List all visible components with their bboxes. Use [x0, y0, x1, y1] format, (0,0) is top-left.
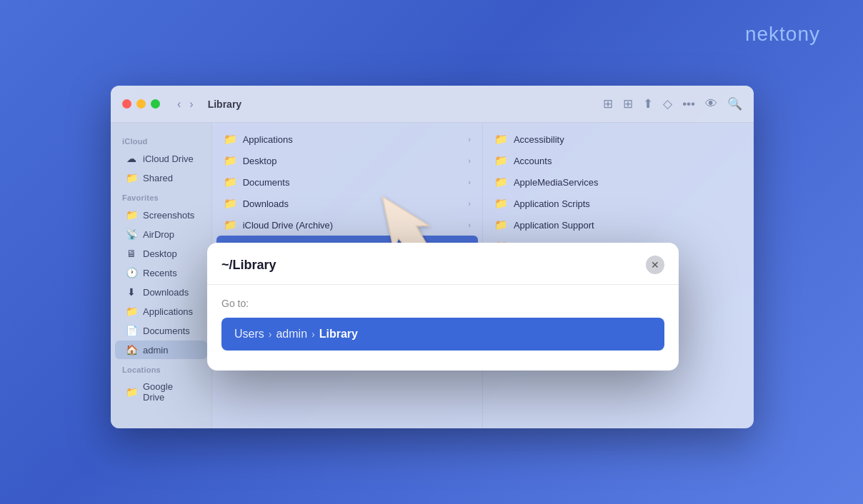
shared-icon: 📁 — [125, 172, 138, 183]
folder-icon: 📁 — [494, 176, 508, 188]
sidebar: iCloud ☁ iCloud Drive 📁 Shared Favorites… — [111, 123, 212, 428]
folder-icon: 📁 — [494, 197, 508, 210]
sidebar-section-favorites-header: Favorites — [111, 188, 211, 205]
close-icon: ✕ — [651, 259, 659, 271]
recents-icon: 🕐 — [125, 267, 138, 278]
folder-icon: 📁 — [224, 176, 237, 188]
file-item-label: Documents — [243, 177, 290, 188]
sidebar-item-label: Downloads — [143, 287, 189, 298]
sidebar-item-downloads[interactable]: ⬇ Downloads — [115, 283, 207, 301]
documents-icon: 📄 — [125, 325, 138, 336]
file-item-label: iCloud Drive (Archive) — [243, 220, 333, 231]
file-item-label: Application Support — [514, 220, 594, 231]
file-item-icloud-drive-archive[interactable]: 📁 iCloud Drive (Archive) › — [212, 214, 482, 236]
airdrop-icon: 📡 — [125, 228, 138, 240]
file-item-desktop[interactable]: 📁 Desktop › — [212, 150, 482, 171]
sidebar-item-google-drive[interactable]: 📁 Google Drive — [115, 378, 207, 406]
sidebar-item-label: Applications — [143, 306, 193, 317]
goto-label: Go to: — [221, 298, 664, 309]
sidebar-item-label: AirDrop — [143, 229, 174, 240]
dialog-body: Go to: Users › admin › Library — [207, 285, 679, 371]
sidebar-section-locations-header: Locations — [111, 360, 211, 377]
window-title: Library — [208, 99, 241, 110]
maximize-button[interactable] — [151, 99, 160, 109]
folder-icon: 📁 — [494, 133, 508, 146]
chevron-right-icon: › — [468, 221, 471, 229]
sidebar-section-icloud-header: iCloud — [111, 131, 211, 148]
file-item-label: Application Scripts — [514, 198, 590, 209]
path-arrow-2: › — [311, 328, 315, 340]
sidebar-item-shared[interactable]: 📁 Shared — [115, 168, 207, 187]
folder-icon: 📁 — [224, 133, 237, 146]
view-toggle-icon[interactable]: ⊞ — [603, 96, 613, 111]
sidebar-item-desktop[interactable]: 🖥 Desktop — [115, 244, 207, 263]
file-item-label: Accessibility — [514, 134, 564, 145]
sidebar-item-applications[interactable]: 📁 Applications — [115, 302, 207, 321]
file-item-application-scripts[interactable]: 📁 Application Scripts — [483, 193, 754, 214]
brand-logo: nektony — [745, 23, 820, 46]
tag-icon[interactable]: ◇ — [663, 96, 672, 111]
sidebar-item-label: admin — [143, 345, 168, 356]
grid-icon[interactable]: ⊞ — [623, 96, 633, 111]
sidebar-item-admin[interactable]: 🏠 admin — [115, 341, 207, 359]
path-segment-admin: admin — [276, 328, 307, 341]
desktop-icon: 🖥 — [125, 248, 138, 259]
view-icon[interactable]: 👁 — [705, 97, 717, 111]
dialog-close-button[interactable]: ✕ — [646, 256, 664, 274]
chevron-right-icon: › — [468, 135, 471, 143]
sidebar-item-label: Shared — [143, 173, 173, 183]
file-item-label: Accounts — [514, 156, 552, 166]
file-item-label: Downloads — [243, 198, 289, 209]
applications-icon: 📁 — [125, 306, 138, 317]
icloud-icon: ☁ — [125, 153, 138, 164]
path-arrow-1: › — [269, 328, 272, 340]
file-item-documents[interactable]: 📁 Documents › — [212, 171, 482, 193]
search-icon[interactable]: 🔍 — [727, 96, 742, 111]
toolbar-right: ⊞ ⊞ ⬆ ◇ ••• 👁 🔍 — [603, 96, 742, 111]
file-item-downloads[interactable]: 📁 Downloads › — [212, 193, 482, 214]
folder-icon: 📁 — [494, 218, 508, 231]
back-arrow-icon[interactable]: ‹ — [174, 96, 184, 112]
downloads-icon: ⬇ — [125, 286, 138, 298]
file-item-label: Applications — [243, 134, 293, 145]
screenshots-icon: 📁 — [125, 209, 138, 221]
folder-icon: 📁 — [224, 154, 237, 167]
dialog-title: ~/Library — [221, 258, 276, 273]
file-item-applemediaservices[interactable]: 📁 AppleMediaServices — [483, 171, 754, 193]
google-drive-icon: 📁 — [125, 386, 138, 398]
forward-arrow-icon[interactable]: › — [186, 96, 196, 112]
folder-icon: 📁 — [224, 218, 237, 231]
admin-icon: 🏠 — [125, 344, 138, 356]
sidebar-item-label: Documents — [143, 326, 190, 336]
path-segment-users: Users — [234, 328, 264, 341]
sidebar-item-label: Desktop — [143, 248, 177, 259]
file-item-label: Desktop — [243, 156, 277, 166]
file-item-accounts[interactable]: 📁 Accounts — [483, 150, 754, 171]
goto-folder-dialog: ~/Library ✕ Go to: Users › admin › Libra… — [207, 243, 679, 371]
sidebar-item-recents[interactable]: 🕐 Recents — [115, 263, 207, 282]
sidebar-item-screenshots[interactable]: 📁 Screenshots — [115, 206, 207, 224]
sidebar-item-label: iCloud Drive — [143, 153, 194, 164]
path-segment-library: Library — [319, 328, 358, 341]
share-icon[interactable]: ⬆ — [643, 96, 653, 111]
traffic-lights — [122, 99, 160, 109]
more-icon[interactable]: ••• — [682, 97, 695, 111]
chevron-right-icon: › — [468, 178, 471, 186]
folder-icon: 📁 — [224, 197, 237, 210]
sidebar-item-label: Screenshots — [143, 210, 194, 221]
file-item-applications[interactable]: 📁 Applications › — [212, 128, 482, 150]
dialog-title-bar: ~/Library ✕ — [207, 243, 679, 285]
goto-path: Users › admin › Library — [221, 318, 664, 351]
sidebar-item-label: Google Drive — [143, 381, 197, 403]
minimize-button[interactable] — [136, 99, 146, 109]
chevron-right-icon: › — [468, 156, 471, 165]
sidebar-item-icloud-drive[interactable]: ☁ iCloud Drive — [115, 149, 207, 168]
close-button[interactable] — [122, 99, 131, 109]
chevron-right-icon: › — [468, 199, 471, 208]
file-item-application-support[interactable]: 📁 Application Support — [483, 214, 754, 236]
sidebar-item-airdrop[interactable]: 📡 AirDrop — [115, 225, 207, 243]
title-bar: ‹ › Library ⊞ ⊞ ⬆ ◇ ••• 👁 🔍 — [111, 86, 754, 123]
sidebar-item-documents[interactable]: 📄 Documents — [115, 321, 207, 340]
navigation-arrows: ‹ › — [174, 96, 196, 112]
file-item-accessibility[interactable]: 📁 Accessibility — [483, 128, 754, 150]
